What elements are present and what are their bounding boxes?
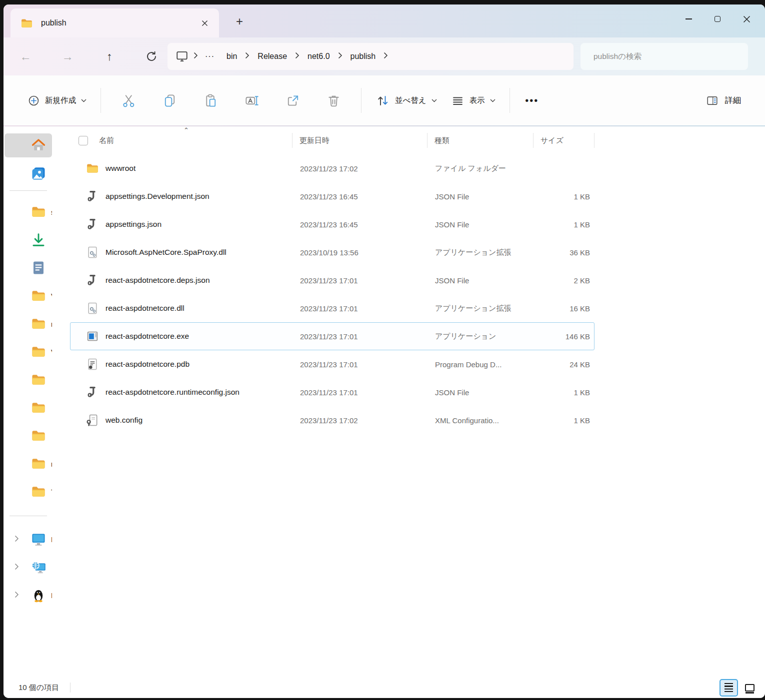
sidebar-item-folder[interactable]: s xyxy=(4,200,52,224)
details-pane-button[interactable]: 詳細 xyxy=(698,89,748,112)
breadcrumb-item-net60[interactable]: net6.0 xyxy=(304,50,332,63)
column-header-name[interactable]: 名前 xyxy=(70,126,292,154)
sidebar-item-folder[interactable] xyxy=(4,368,52,392)
file-row[interactable]: appsettings.json2023/11/23 16:45JSON Fil… xyxy=(70,210,594,238)
file-row[interactable]: react-aspdotnetcore.runtimeconfig.json20… xyxy=(70,378,594,406)
breadcrumb-item-publish[interactable]: publish xyxy=(348,50,379,63)
folder-icon xyxy=(31,316,46,331)
file-row[interactable]: react-aspdotnetcore.pdb2023/11/23 17:01P… xyxy=(70,350,594,378)
view-icon xyxy=(451,94,464,107)
file-row[interactable]: react-aspdotnetcore.dll2023/11/23 17:01ア… xyxy=(70,294,594,322)
search-input[interactable] xyxy=(580,52,748,61)
tab-close-icon[interactable] xyxy=(197,15,212,30)
file-explorer-window: publish + ← → ↑ ··· bin Release net6.0 p… xyxy=(4,4,765,698)
select-all-checkbox[interactable] xyxy=(78,136,88,145)
share-button[interactable] xyxy=(272,84,313,117)
json-file-icon xyxy=(86,386,99,399)
tab-publish[interactable]: publish xyxy=(10,8,219,37)
column-divider[interactable] xyxy=(594,133,594,148)
toolbar-divider xyxy=(510,88,510,113)
breadcrumb-item-release[interactable]: Release xyxy=(254,50,290,63)
sidebar-item-home[interactable] xyxy=(4,133,52,157)
list-view-icon xyxy=(724,683,733,693)
navigation-sidebar: s V r V r T P L xyxy=(4,126,56,677)
share-icon xyxy=(285,93,300,108)
column-header-size[interactable]: サイズ xyxy=(534,126,594,154)
view-button[interactable]: 表示 xyxy=(444,89,502,112)
breadcrumb-item-bin[interactable]: bin xyxy=(224,50,240,63)
sidebar-item-folder[interactable] xyxy=(4,424,52,448)
sidebar-item-pc[interactable]: P xyxy=(4,527,52,551)
json-file-icon xyxy=(86,218,99,231)
exe-file-icon xyxy=(86,330,99,343)
details-view-toggle[interactable] xyxy=(720,679,738,697)
paste-button[interactable] xyxy=(190,84,231,117)
breadcrumb-ellipsis-button[interactable]: ··· xyxy=(203,52,216,61)
sidebar-item-folder[interactable]: r xyxy=(4,312,52,336)
maximize-button[interactable] xyxy=(703,4,732,33)
sidebar-item-network[interactable] xyxy=(4,555,52,579)
sidebar-item-documents[interactable] xyxy=(4,256,52,280)
column-header-type[interactable]: 種類 xyxy=(428,126,534,154)
document-icon xyxy=(31,260,46,275)
large-icons-view-toggle[interactable] xyxy=(740,679,759,697)
new-button[interactable]: 新規作成 xyxy=(20,89,94,112)
file-row-selected[interactable]: react-aspdotnetcore.exe2023/11/23 17:01ア… xyxy=(70,322,594,350)
file-list-pane: ⌃ 名前 更新日時 種類 サイズ wwwroot2023/11/23 17:02… xyxy=(56,126,765,677)
file-row[interactable]: Microsoft.AspNetCore.SpaProxy.dll2023/10… xyxy=(70,238,594,266)
chevron-right-icon xyxy=(245,52,250,61)
status-bar: 10 個の項目 xyxy=(4,677,765,698)
chevron-right-icon xyxy=(295,52,300,61)
network-icon xyxy=(31,560,46,575)
sidebar-item-downloads[interactable] xyxy=(4,228,52,252)
file-row[interactable]: wwwroot2023/11/23 17:02ファイル フォルダー xyxy=(70,154,594,182)
folder-icon xyxy=(31,400,46,415)
download-icon xyxy=(31,232,46,247)
forward-button[interactable]: → xyxy=(58,46,78,66)
sidebar-item-linux[interactable]: L xyxy=(4,583,52,607)
delete-button[interactable] xyxy=(313,84,354,117)
folder-icon xyxy=(31,484,46,499)
file-row[interactable]: react-aspdotnetcore.deps.json2023/11/23 … xyxy=(70,266,594,294)
folder-icon xyxy=(86,162,99,175)
breadcrumb[interactable]: ··· bin Release net6.0 publish xyxy=(168,43,574,70)
up-button[interactable]: ↑ xyxy=(100,46,120,66)
view-button-label: 表示 xyxy=(470,95,485,106)
sidebar-item-folder[interactable]: r xyxy=(4,452,52,476)
file-row[interactable]: web.config2023/11/23 17:02XML Configurat… xyxy=(70,406,594,434)
folder-icon xyxy=(20,17,33,29)
new-tab-button[interactable]: + xyxy=(231,13,248,30)
file-row[interactable]: appsettings.Development.json2023/11/23 1… xyxy=(70,182,594,210)
more-options-button[interactable]: ••• xyxy=(517,85,547,115)
rename-button[interactable] xyxy=(231,84,272,117)
plus-circle-icon xyxy=(28,94,40,107)
sidebar-item-folder[interactable] xyxy=(4,396,52,420)
pdb-file-icon xyxy=(86,358,99,371)
minimize-button[interactable] xyxy=(674,4,703,33)
toolbar-divider xyxy=(100,88,101,113)
navigation-bar: ← → ↑ ··· bin Release net6.0 publish xyxy=(4,37,765,75)
copy-button[interactable] xyxy=(149,84,190,117)
this-pc-icon[interactable] xyxy=(176,50,188,63)
config-file-icon xyxy=(86,414,99,427)
column-header-date-modified[interactable]: 更新日時 xyxy=(292,126,428,154)
sidebar-item-folder[interactable]: T xyxy=(4,480,52,504)
minimize-icon xyxy=(686,18,692,19)
chevron-down-icon xyxy=(81,99,86,102)
search-box[interactable] xyxy=(580,43,748,70)
cut-button[interactable] xyxy=(108,84,149,117)
expand-chevron-icon[interactable] xyxy=(14,563,19,572)
expand-chevron-icon[interactable] xyxy=(14,591,19,600)
sort-icon xyxy=(376,93,390,108)
refresh-button[interactable] xyxy=(142,46,162,66)
sidebar-item-gallery[interactable] xyxy=(4,161,52,185)
sidebar-item-folder[interactable]: V xyxy=(4,340,52,364)
details-pane-label: 詳細 xyxy=(725,95,741,106)
close-button[interactable] xyxy=(732,4,761,33)
json-file-icon xyxy=(86,274,99,287)
thumbnail-view-icon xyxy=(745,684,754,692)
sidebar-item-folder[interactable]: V xyxy=(4,284,52,308)
expand-chevron-icon[interactable] xyxy=(14,535,19,544)
sort-button[interactable]: 並べ替え xyxy=(368,88,444,113)
back-button[interactable]: ← xyxy=(16,46,36,66)
